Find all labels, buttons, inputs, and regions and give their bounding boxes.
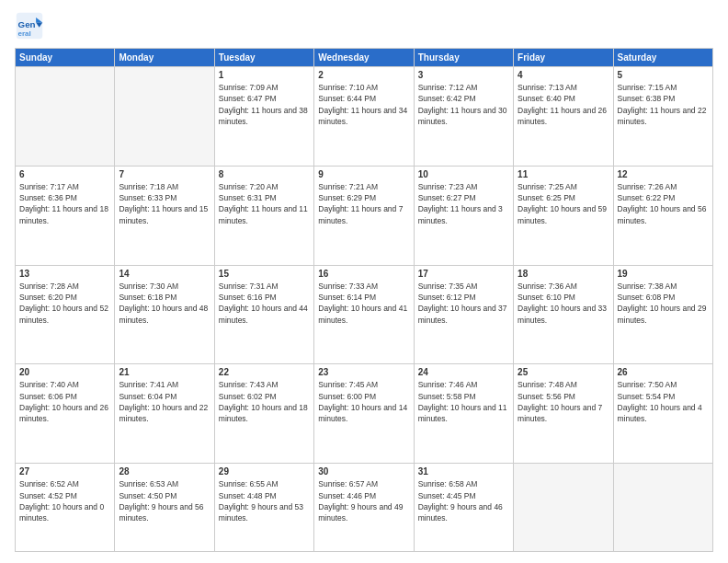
day-number: 1 [219, 70, 310, 80]
day-info: Sunrise: 7:20 AM Sunset: 6:31 PM Dayligh… [219, 181, 310, 226]
day-info: Sunrise: 7:46 AM Sunset: 5:58 PM Dayligh… [418, 379, 509, 424]
weekday-sunday: Sunday [16, 49, 115, 67]
day-number: 25 [518, 367, 609, 377]
week-row-3: 13Sunrise: 7:28 AM Sunset: 6:20 PM Dayli… [16, 265, 713, 364]
week-row-2: 6Sunrise: 7:17 AM Sunset: 6:36 PM Daylig… [16, 166, 713, 265]
calendar-cell [115, 67, 214, 167]
calendar-cell: 22Sunrise: 7:43 AM Sunset: 6:02 PM Dayli… [214, 364, 313, 464]
day-info: Sunrise: 7:50 AM Sunset: 5:54 PM Dayligh… [618, 379, 709, 424]
day-info: Sunrise: 7:21 AM Sunset: 6:29 PM Dayligh… [318, 181, 409, 226]
weekday-wednesday: Wednesday [314, 49, 414, 67]
day-number: 8 [219, 169, 310, 179]
day-info: Sunrise: 7:15 AM Sunset: 6:38 PM Dayligh… [618, 82, 709, 127]
week-row-4: 20Sunrise: 7:40 AM Sunset: 6:06 PM Dayli… [16, 364, 713, 464]
day-info: Sunrise: 7:26 AM Sunset: 6:22 PM Dayligh… [618, 181, 709, 226]
calendar-cell: 10Sunrise: 7:23 AM Sunset: 6:27 PM Dayli… [414, 166, 513, 265]
day-number: 18 [518, 269, 609, 279]
day-number: 24 [418, 367, 509, 377]
day-number: 31 [418, 466, 509, 477]
calendar-cell: 24Sunrise: 7:46 AM Sunset: 5:58 PM Dayli… [414, 364, 513, 464]
calendar-cell: 1Sunrise: 7:09 AM Sunset: 6:47 PM Daylig… [214, 67, 313, 167]
logo-icon: Gen eral [15, 11, 44, 40]
day-info: Sunrise: 7:18 AM Sunset: 6:33 PM Dayligh… [119, 181, 210, 226]
day-number: 16 [318, 269, 409, 279]
calendar-cell: 4Sunrise: 7:13 AM Sunset: 6:40 PM Daylig… [514, 67, 613, 167]
weekday-tuesday: Tuesday [214, 49, 313, 67]
day-info: Sunrise: 7:12 AM Sunset: 6:42 PM Dayligh… [418, 82, 509, 127]
calendar-cell: 17Sunrise: 7:35 AM Sunset: 6:12 PM Dayli… [414, 265, 513, 364]
calendar-cell: 18Sunrise: 7:36 AM Sunset: 6:10 PM Dayli… [514, 265, 613, 364]
day-info: Sunrise: 6:52 AM Sunset: 4:52 PM Dayligh… [19, 478, 110, 523]
day-number: 15 [219, 269, 310, 279]
day-number: 17 [418, 269, 509, 279]
day-info: Sunrise: 7:30 AM Sunset: 6:18 PM Dayligh… [119, 281, 210, 326]
calendar-cell: 16Sunrise: 7:33 AM Sunset: 6:14 PM Dayli… [314, 265, 414, 364]
day-number: 23 [318, 367, 409, 377]
calendar-cell [16, 67, 115, 167]
calendar-cell [613, 464, 712, 552]
calendar-cell: 15Sunrise: 7:31 AM Sunset: 6:16 PM Dayli… [214, 265, 313, 364]
day-info: Sunrise: 6:58 AM Sunset: 4:45 PM Dayligh… [418, 478, 509, 523]
day-number: 30 [318, 466, 409, 477]
calendar-cell: 25Sunrise: 7:48 AM Sunset: 5:56 PM Dayli… [514, 364, 613, 464]
day-info: Sunrise: 6:57 AM Sunset: 4:46 PM Dayligh… [318, 478, 409, 523]
day-info: Sunrise: 7:38 AM Sunset: 6:08 PM Dayligh… [618, 281, 709, 326]
weekday-header-row: SundayMondayTuesdayWednesdayThursdayFrid… [16, 49, 713, 67]
day-info: Sunrise: 7:31 AM Sunset: 6:16 PM Dayligh… [219, 281, 310, 326]
day-info: Sunrise: 7:33 AM Sunset: 6:14 PM Dayligh… [318, 281, 409, 326]
day-number: 5 [618, 70, 709, 80]
calendar-cell: 26Sunrise: 7:50 AM Sunset: 5:54 PM Dayli… [613, 364, 712, 464]
day-info: Sunrise: 7:23 AM Sunset: 6:27 PM Dayligh… [418, 181, 509, 226]
weekday-monday: Monday [115, 49, 214, 67]
day-info: Sunrise: 7:10 AM Sunset: 6:44 PM Dayligh… [318, 82, 409, 127]
week-row-1: 1Sunrise: 7:09 AM Sunset: 6:47 PM Daylig… [16, 67, 713, 167]
day-info: Sunrise: 7:17 AM Sunset: 6:36 PM Dayligh… [19, 181, 110, 226]
day-info: Sunrise: 6:53 AM Sunset: 4:50 PM Dayligh… [119, 478, 210, 523]
svg-text:eral: eral [18, 29, 31, 38]
day-info: Sunrise: 7:28 AM Sunset: 6:20 PM Dayligh… [19, 281, 110, 326]
calendar-cell: 28Sunrise: 6:53 AM Sunset: 4:50 PM Dayli… [115, 464, 214, 552]
day-info: Sunrise: 7:45 AM Sunset: 6:00 PM Dayligh… [318, 379, 409, 424]
day-number: 29 [219, 466, 310, 477]
day-number: 6 [19, 169, 110, 179]
calendar-cell: 8Sunrise: 7:20 AM Sunset: 6:31 PM Daylig… [214, 166, 313, 265]
calendar-cell: 11Sunrise: 7:25 AM Sunset: 6:25 PM Dayli… [514, 166, 613, 265]
calendar-table: SundayMondayTuesdayWednesdayThursdayFrid… [15, 48, 713, 552]
calendar-cell: 23Sunrise: 7:45 AM Sunset: 6:00 PM Dayli… [314, 364, 414, 464]
day-number: 28 [119, 466, 210, 477]
calendar-cell: 2Sunrise: 7:10 AM Sunset: 6:44 PM Daylig… [314, 67, 414, 167]
calendar-cell: 31Sunrise: 6:58 AM Sunset: 4:45 PM Dayli… [414, 464, 513, 552]
day-number: 14 [119, 269, 210, 279]
calendar-cell: 5Sunrise: 7:15 AM Sunset: 6:38 PM Daylig… [613, 67, 712, 167]
calendar-cell: 3Sunrise: 7:12 AM Sunset: 6:42 PM Daylig… [414, 67, 513, 167]
calendar-cell: 9Sunrise: 7:21 AM Sunset: 6:29 PM Daylig… [314, 166, 414, 265]
calendar-cell [514, 464, 613, 552]
day-number: 9 [318, 169, 409, 179]
day-number: 26 [618, 367, 709, 377]
day-number: 22 [219, 367, 310, 377]
day-info: Sunrise: 7:41 AM Sunset: 6:04 PM Dayligh… [119, 379, 210, 424]
calendar-cell: 14Sunrise: 7:30 AM Sunset: 6:18 PM Dayli… [115, 265, 214, 364]
header: Gen eral [15, 11, 713, 40]
day-number: 20 [19, 367, 110, 377]
weekday-thursday: Thursday [414, 49, 513, 67]
day-info: Sunrise: 7:48 AM Sunset: 5:56 PM Dayligh… [518, 379, 609, 424]
calendar-cell: 20Sunrise: 7:40 AM Sunset: 6:06 PM Dayli… [16, 364, 115, 464]
weekday-saturday: Saturday [613, 49, 712, 67]
day-number: 3 [418, 70, 509, 80]
day-info: Sunrise: 7:43 AM Sunset: 6:02 PM Dayligh… [219, 379, 310, 424]
day-number: 10 [418, 169, 509, 179]
day-number: 4 [518, 70, 609, 80]
calendar-cell: 7Sunrise: 7:18 AM Sunset: 6:33 PM Daylig… [115, 166, 214, 265]
calendar-cell: 12Sunrise: 7:26 AM Sunset: 6:22 PM Dayli… [613, 166, 712, 265]
calendar-cell: 27Sunrise: 6:52 AM Sunset: 4:52 PM Dayli… [16, 464, 115, 552]
day-info: Sunrise: 7:36 AM Sunset: 6:10 PM Dayligh… [518, 281, 609, 326]
day-info: Sunrise: 7:13 AM Sunset: 6:40 PM Dayligh… [518, 82, 609, 127]
day-number: 21 [119, 367, 210, 377]
day-number: 7 [119, 169, 210, 179]
day-info: Sunrise: 6:55 AM Sunset: 4:48 PM Dayligh… [219, 478, 310, 523]
day-info: Sunrise: 7:35 AM Sunset: 6:12 PM Dayligh… [418, 281, 509, 326]
calendar-cell: 21Sunrise: 7:41 AM Sunset: 6:04 PM Dayli… [115, 364, 214, 464]
day-number: 13 [19, 269, 110, 279]
day-info: Sunrise: 7:25 AM Sunset: 6:25 PM Dayligh… [518, 181, 609, 226]
